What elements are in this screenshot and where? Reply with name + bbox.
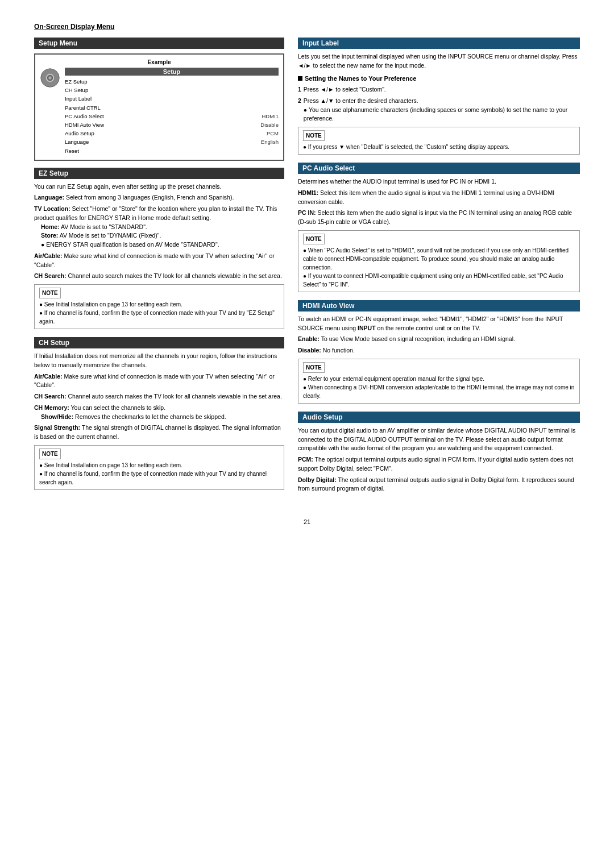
pc-audio-content: Determines whether the AUDIO input termi…	[298, 177, 580, 292]
setup-inner-header: Setup	[65, 68, 279, 76]
audio-pcm: PCM: The optical output terminal outputs…	[298, 455, 580, 474]
step-1: 1 Press ◄/► to select "Custom".	[298, 85, 580, 94]
svg-rect-5	[56, 77, 59, 79]
svg-rect-2	[49, 69, 51, 72]
audio-setup-header: Audio Setup	[298, 412, 580, 423]
svg-rect-4	[41, 77, 44, 79]
page-number: 21	[34, 518, 580, 525]
input-label-content: Lets you set the input terminal displaye…	[298, 52, 580, 155]
menu-item-pcaudio: PC Audio SelectHDMI1	[65, 112, 279, 121]
ez-setup-header: EZ Setup	[34, 168, 284, 179]
input-note-label: NOTE	[303, 130, 325, 141]
hdmi-auto-content: To watch an HDMI or PC-IN equipment imag…	[298, 315, 580, 404]
setup-menu-list: Setup EZ Setup CH Setup Input Label Pare…	[65, 68, 279, 155]
pc-audio-intro: Determines whether the AUDIO input termi…	[298, 177, 580, 186]
ch-setup-header: CH Setup	[34, 337, 284, 348]
example-label: Example	[40, 59, 279, 65]
svg-point-11	[48, 76, 51, 79]
menu-item-ezsetup: EZ Setup	[65, 77, 279, 86]
input-label-header: Input Label	[298, 38, 580, 49]
ch-setup-content: If Initial Installation does not memoriz…	[34, 352, 284, 490]
ez-setup-content: You can run EZ Setup again, even after s…	[34, 182, 284, 330]
hdmi-auto-header: HDMI Auto View	[298, 300, 580, 312]
ch-note-2: ● If no channel is found, confirm the ty…	[39, 470, 279, 487]
ch-setup-notes: NOTE ● See Initial Installation on page …	[34, 445, 284, 490]
ez-aircable: Air/Cable: Make sure what kind of connec…	[34, 252, 284, 270]
gear-icon	[40, 68, 60, 88]
menu-item-parentalctrl: Parental CTRL	[65, 103, 279, 112]
pc-note-2: ● If you want to connect HDMI-compatible…	[303, 272, 575, 289]
pc-audio-pcin: PC IN: Select this item when the audio s…	[298, 209, 580, 227]
hdmi-auto-intro: To watch an HDMI or PC-IN equipment imag…	[298, 315, 580, 333]
hdmi-enable: Enable: To use View Mode based on signal…	[298, 335, 580, 344]
ez-setup-section: EZ Setup You can run EZ Setup again, eve…	[34, 168, 284, 330]
ez-note-2: ● If no channel is found, confirm the ty…	[39, 309, 279, 326]
menu-item-language: LanguageEnglish	[65, 138, 279, 146]
ch-aircable: Air/Cable: Make sure what kind of connec…	[34, 372, 284, 391]
pc-audio-notes: NOTE ● When "PC Audio Select" is set to …	[298, 230, 580, 292]
input-label-note: NOTE ● If you press ▼ when "Default" is …	[298, 127, 580, 155]
hdmi-note-1: ● Refer to your external equipment opera…	[303, 375, 575, 383]
hdmi-notes: NOTE ● Refer to your external equipment …	[298, 359, 580, 404]
square-bullet-icon	[298, 76, 302, 81]
menu-item-reset: Reset	[65, 147, 279, 155]
menu-item-audiosetup: Audio SetupPCM	[65, 129, 279, 138]
input-label-section: Input Label Lets you set the input termi…	[298, 38, 580, 155]
setup-menu-header: Setup Menu	[34, 38, 284, 49]
audio-dolby: Dolby Digital: The optical output termin…	[298, 476, 580, 494]
setup-menu-box: Example	[34, 53, 284, 161]
setting-names-subheader: Setting the Names to Your Preference	[298, 74, 580, 84]
ez-language: Language: Select from among 3 languages …	[34, 193, 284, 202]
step-2: 2 Press ▲/▼ to enter the desired charact…	[298, 97, 580, 123]
ch-memory: CH Memory: You can select the channels t…	[34, 404, 284, 422]
input-label-intro: Lets you set the input terminal displaye…	[298, 52, 580, 70]
hdmi-auto-section: HDMI Auto View To watch an HDMI or PC-IN…	[298, 300, 580, 404]
pc-audio-section: PC Audio Select Determines whether the A…	[298, 163, 580, 292]
audio-setup-section: Audio Setup You can output digital audio…	[298, 412, 580, 493]
ez-setup-notes: NOTE ● See Initial Installation on page …	[34, 284, 284, 329]
ez-note-label: NOTE	[39, 288, 61, 298]
pc-audio-header: PC Audio Select	[298, 163, 580, 174]
ez-chsearch: CH Search: Channel auto search makes the…	[34, 272, 284, 281]
ch-note-label: NOTE	[39, 448, 61, 459]
pc-note-label: NOTE	[303, 234, 325, 244]
svg-rect-3	[49, 84, 51, 87]
right-column: Input Label Lets you set the input termi…	[298, 38, 580, 501]
ch-note-1: ● See Initial Installation on page 13 fo…	[39, 461, 279, 470]
menu-item-hdmiauto: HDMI Auto ViewDisable	[65, 121, 279, 129]
hdmi-note-2: ● When connecting a DVI-HDMI conversion …	[303, 383, 575, 400]
menu-item-inputlabel: Input Label	[65, 94, 279, 103]
ch-signal: Signal Strength: The signal strength of …	[34, 423, 284, 442]
input-note-text: ● If you press ▼ when "Default" is selec…	[303, 143, 575, 151]
setup-menu-section: Setup Menu Example	[34, 38, 284, 161]
audio-setup-content: You can output digital audio to an AV am…	[298, 426, 580, 493]
page-title: On-Screen Display Menu	[34, 23, 580, 31]
input-label-steps: 1 Press ◄/► to select "Custom". 2 Press …	[298, 85, 580, 123]
menu-item-chsetup: CH Setup	[65, 86, 279, 94]
audio-setup-intro: You can output digital audio to an AV am…	[298, 426, 580, 453]
ez-location: TV Location: Select "Home" or "Store" fo…	[34, 205, 284, 250]
pc-audio-hdmi1: HDMI1: Select this item when the audio s…	[298, 189, 580, 207]
ez-note-1: ● See Initial Installation on page 13 fo…	[39, 300, 279, 309]
left-column: Setup Menu Example	[34, 38, 284, 501]
ch-setup-intro: If Initial Installation does not memoriz…	[34, 352, 284, 370]
ch-setup-section: CH Setup If Initial Installation does no…	[34, 337, 284, 490]
hdmi-disable: Disable: No function.	[298, 346, 580, 355]
ez-setup-intro: You can run EZ Setup again, even after s…	[34, 182, 284, 192]
pc-note-1: ● When "PC Audio Select" is set to "HDMI…	[303, 246, 575, 272]
ch-search: CH Search: Channel auto search makes the…	[34, 392, 284, 401]
hdmi-note-label: NOTE	[303, 362, 325, 373]
